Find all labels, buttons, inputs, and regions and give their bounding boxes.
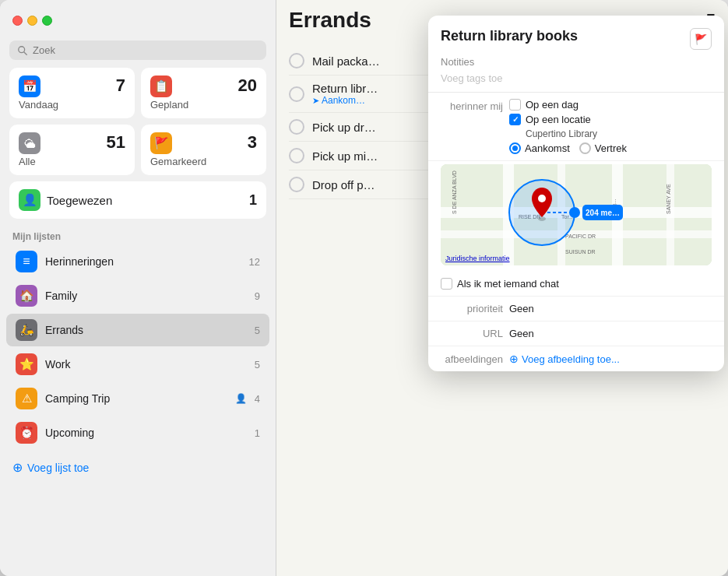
url-label: URL: [441, 328, 503, 339]
traffic-lights: [12, 16, 52, 26]
list-item-upcoming[interactable]: ⏰ Upcoming 1: [6, 416, 269, 449]
detail-panel: Return library books 🚩 Notities Voeg tag…: [428, 16, 724, 371]
on-location-label: Op een locatie: [526, 114, 591, 125]
on-location-row[interactable]: Op een locatie: [509, 114, 712, 125]
add-list-label: Voeg lijst toe: [27, 462, 89, 474]
gemarkeerd-label: Gemarkeerd: [150, 156, 257, 167]
add-image-text: Voeg afbeelding toe...: [522, 353, 620, 365]
alle-count: 51: [107, 132, 125, 153]
detail-flag-button[interactable]: 🚩: [690, 28, 712, 50]
task-title-1: Mail packa…: [312, 54, 380, 68]
svg-line-1: [24, 51, 26, 54]
smart-card-today[interactable]: 📅 7 Vandaag: [9, 68, 135, 118]
add-list-row[interactable]: ⊕ Voeg lijst toe: [0, 454, 276, 481]
add-image-icon: ⊕: [509, 353, 519, 365]
gemarkeerd-icon: 🚩: [150, 132, 172, 154]
detail-notes[interactable]: Notities: [428, 56, 724, 72]
detail-tags[interactable]: Voeg tags toe: [428, 72, 724, 92]
list-item-errands[interactable]: 🛵 Errands 5: [6, 314, 269, 346]
smart-card-toegewezen[interactable]: 👤 Toegewezen 1: [9, 181, 266, 219]
alle-label: Alle: [19, 156, 125, 167]
errands-name: Errands: [45, 324, 247, 336]
search-bar[interactable]: [9, 40, 266, 60]
map-svg: S DE ANZA BLVD RISE DR Tor… PACIFIC DR R…: [441, 164, 712, 265]
minimize-button[interactable]: [27, 16, 37, 26]
task-title-3: Pick up dr…: [312, 121, 376, 134]
task-checkbox-4[interactable]: [289, 148, 304, 163]
chat-checkbox[interactable]: [441, 278, 452, 290]
smart-card-gemarkeerd[interactable]: 🚩 3 Gemarkeerd: [141, 125, 266, 175]
arrival-radio[interactable]: [509, 142, 521, 154]
search-input[interactable]: [33, 44, 258, 56]
on-location-checkbox[interactable]: [509, 114, 521, 125]
list-item-camping[interactable]: ⚠ Camping Trip 👤 4: [6, 382, 269, 415]
svg-text:SANEY AVE: SANEY AVE: [666, 184, 671, 214]
my-lists-header: Mijn lijsten: [0, 225, 276, 245]
toegewezen-icon: 👤: [19, 189, 40, 211]
main-title: Errands: [289, 8, 371, 33]
chat-row[interactable]: Als ik met iemand chat: [428, 272, 724, 297]
close-button[interactable]: [12, 16, 23, 26]
svg-text:S DE ANZA BLVD: S DE ANZA BLVD: [452, 170, 457, 214]
herinneringen-name: Herinneringen: [45, 255, 241, 268]
images-label: afbeeldingen: [441, 353, 503, 365]
herinneringen-count: 12: [249, 256, 260, 268]
arrival-label: Aankomst: [525, 142, 570, 154]
svg-text:PACIFIC DR: PACIFIC DR: [565, 234, 596, 239]
remind-me-label: herinner mij: [441, 99, 503, 112]
detail-title: Return library books: [441, 28, 690, 44]
map-container[interactable]: S DE ANZA BLVD RISE DR Tor… PACIFIC DR R…: [441, 164, 712, 265]
svg-text:204 me…: 204 me…: [586, 209, 620, 217]
smart-card-alle[interactable]: 🌥 51 Alle: [9, 125, 135, 175]
task-title-4: Pick up mi…: [312, 149, 378, 163]
gepland-label: Gepland: [150, 99, 257, 111]
location-name: Cupertino Library: [509, 128, 712, 139]
task-text-3: Pick up dr…: [312, 121, 376, 134]
priority-value[interactable]: Geen: [509, 303, 534, 314]
departure-radio-item[interactable]: Vertrek: [579, 142, 627, 154]
task-title-2: Return libr…: [312, 82, 378, 95]
list-item-herinneringen[interactable]: ≡ Herinneringen 12: [6, 245, 269, 278]
task-checkbox-3[interactable]: [289, 119, 304, 135]
list-item-work[interactable]: ⭐ Work 5: [6, 348, 269, 381]
smart-card-gepland[interactable]: 📋 20 Gepland: [141, 68, 266, 118]
task-text-5: Drop off p…: [312, 178, 375, 191]
task-checkbox-5[interactable]: [289, 177, 304, 192]
work-count: 5: [255, 359, 260, 371]
images-row: afbeeldingen ⊕ Voeg afbeelding toe...: [428, 346, 724, 371]
work-name: Work: [45, 358, 247, 371]
svg-point-0: [19, 46, 25, 52]
on-day-row[interactable]: Op een dag: [509, 99, 712, 111]
shared-icon: 👤: [235, 393, 247, 404]
arrival-departure-row: Aankomst Vertrek: [509, 142, 712, 154]
add-image-button[interactable]: ⊕ Voeg afbeelding toe...: [509, 353, 620, 365]
priority-row: prioriteit Geen: [428, 297, 724, 321]
remind-me-row: herinner mij Op een dag Op een locatie C…: [428, 93, 724, 161]
sidebar: 📅 7 Vandaag 📋 20 Gepland 🌥 51 Alle: [0, 0, 276, 576]
task-checkbox-2[interactable]: [289, 86, 304, 102]
url-value[interactable]: Geen: [509, 328, 534, 339]
today-count: 7: [116, 76, 125, 96]
list-item-family[interactable]: 🏠 Family 9: [6, 279, 269, 312]
today-label: Vandaag: [19, 99, 125, 111]
gemarkeerd-count: 3: [248, 132, 257, 153]
family-name: Family: [45, 290, 247, 302]
chat-label: Als ik met iemand chat: [457, 278, 559, 290]
task-checkbox-1[interactable]: [289, 53, 304, 68]
upcoming-icon: ⏰: [16, 422, 37, 444]
today-icon: 📅: [19, 76, 40, 97]
task-text-2: Return libr… ➤ Aankom…: [312, 82, 378, 106]
toegewezen-count: 1: [249, 192, 257, 209]
maximize-button[interactable]: [42, 16, 52, 26]
detail-header: Return library books 🚩: [428, 16, 724, 56]
gepland-icon: 📋: [150, 76, 172, 97]
departure-radio[interactable]: [579, 142, 591, 154]
arrival-radio-item[interactable]: Aankomst: [509, 142, 570, 154]
app-window: 📅 7 Vandaag 📋 20 Gepland 🌥 51 Alle: [0, 0, 728, 576]
on-day-checkbox[interactable]: [509, 99, 521, 111]
svg-point-22: [538, 195, 546, 202]
smart-lists-grid: 📅 7 Vandaag 📋 20 Gepland 🌥 51 Alle: [0, 68, 276, 225]
herinneringen-icon: ≡: [16, 251, 37, 272]
on-day-label: Op een dag: [526, 99, 579, 111]
map-legal[interactable]: Juridische informatie: [445, 255, 510, 262]
